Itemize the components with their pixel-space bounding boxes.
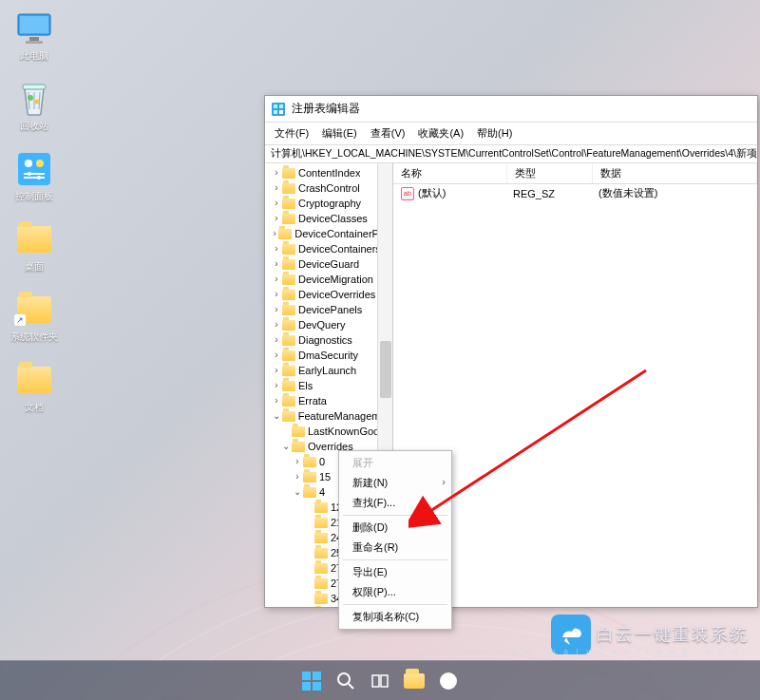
taskbar-app[interactable] bbox=[435, 668, 462, 694]
context-menu-item[interactable]: 查找(F)... bbox=[339, 493, 451, 513]
tree-twisty-icon[interactable]: ⌄ bbox=[292, 484, 303, 500]
tree-node[interactable]: ›DeviceOverrides bbox=[269, 287, 392, 302]
tree-twisty-icon[interactable]: › bbox=[271, 196, 282, 211]
tree-node-label: Els bbox=[298, 378, 313, 393]
svg-rect-13 bbox=[274, 104, 277, 108]
tree-node[interactable]: ›Errata bbox=[269, 393, 392, 408]
context-menu-item[interactable]: 删除(D) bbox=[339, 518, 451, 538]
tree-node-label: 15 bbox=[319, 469, 331, 484]
desktop-icon-control-panel[interactable]: 控制面板 bbox=[10, 150, 59, 203]
taskbar-taskview[interactable] bbox=[367, 668, 393, 694]
tree-twisty-icon[interactable]: › bbox=[271, 317, 282, 332]
desktop-icon-this-pc[interactable]: 此电脑 bbox=[10, 9, 59, 63]
folder-icon bbox=[303, 487, 316, 498]
tree-twisty-icon[interactable]: › bbox=[271, 165, 282, 180]
menu-favorites[interactable]: 收藏夹(A) bbox=[412, 124, 469, 142]
value-data: (数值未设置) bbox=[598, 186, 657, 200]
tree-node-label: DeviceClasses bbox=[298, 211, 368, 226]
menu-view[interactable]: 查看(V) bbox=[365, 124, 411, 142]
address-bar[interactable]: 计算机\HKEY_LOCAL_MACHINE\SYSTEM\CurrentCon… bbox=[265, 144, 757, 163]
tree-twisty-icon[interactable]: › bbox=[271, 378, 282, 393]
svg-rect-3 bbox=[26, 41, 43, 44]
context-menu-item[interactable]: 复制项名称(C) bbox=[339, 607, 451, 627]
context-menu-item[interactable]: 重命名(R) bbox=[339, 538, 451, 558]
tree-node[interactable]: ›Diagnostics bbox=[269, 332, 392, 348]
desktop-icon-folder-1[interactable]: 桌面 bbox=[10, 220, 59, 274]
svg-rect-16 bbox=[279, 110, 283, 114]
tree-node[interactable]: ›DmaSecurity bbox=[269, 348, 392, 363]
watermark-text: 白云一键重装系统 bbox=[597, 623, 749, 646]
col-type[interactable]: 类型 bbox=[507, 163, 593, 183]
tree-node[interactable]: ›CrashControl bbox=[269, 180, 392, 196]
menu-help[interactable]: 帮助(H) bbox=[471, 124, 518, 142]
tree-node[interactable]: ›DeviceContainerPropertyUpda bbox=[269, 226, 392, 241]
tree-node[interactable]: ›DevicePanels bbox=[269, 302, 392, 317]
tree-twisty-icon[interactable]: › bbox=[271, 256, 282, 272]
menu-edit[interactable]: 编辑(E) bbox=[316, 124, 363, 142]
tree-node[interactable]: ⌄FeatureManagement bbox=[269, 408, 392, 424]
taskbar-explorer[interactable] bbox=[401, 668, 428, 694]
tree-node[interactable]: LastKnownGood bbox=[269, 424, 392, 439]
tree-twisty-icon[interactable]: › bbox=[271, 302, 282, 317]
tree-twisty-icon[interactable]: › bbox=[271, 287, 282, 302]
desktop-icon-folder-3[interactable]: 文档 bbox=[10, 361, 59, 414]
tree-node-label: 4 bbox=[319, 484, 325, 500]
tree-node[interactable]: ›Els bbox=[269, 378, 392, 393]
icon-label: 桌面 bbox=[25, 260, 44, 274]
tree-node[interactable]: ›Cryptography bbox=[269, 196, 392, 211]
tree-twisty-icon[interactable]: › bbox=[271, 226, 278, 241]
tree-twisty-icon[interactable]: › bbox=[271, 393, 282, 408]
tree-twisty-icon[interactable]: › bbox=[292, 469, 303, 484]
desktop-icon-folder-2[interactable]: 系统软件夹 bbox=[10, 291, 59, 344]
tree-twisty-icon[interactable]: › bbox=[271, 332, 282, 348]
tree-twisty-icon[interactable]: › bbox=[271, 241, 282, 256]
tree-node-label: LastKnownGood bbox=[308, 424, 385, 439]
icon-label: 系统软件夹 bbox=[10, 331, 58, 344]
tree-twisty-icon[interactable]: ⌄ bbox=[280, 439, 292, 454]
menu-file[interactable]: 文件(F) bbox=[269, 124, 314, 142]
tree-twisty-icon[interactable]: › bbox=[292, 454, 303, 469]
folder-icon bbox=[314, 578, 328, 589]
tree-node[interactable]: ›EarlyLaunch bbox=[269, 363, 392, 378]
folder-icon bbox=[282, 290, 295, 300]
tree-node[interactable]: ›ContentIndex bbox=[269, 165, 392, 180]
tree-twisty-icon[interactable]: › bbox=[271, 363, 282, 378]
tree-twisty-icon[interactable]: › bbox=[271, 180, 282, 196]
context-menu-item[interactable]: 导出(E) bbox=[339, 562, 451, 582]
tree-twisty-icon[interactable]: › bbox=[271, 348, 282, 363]
start-button[interactable] bbox=[298, 668, 325, 694]
tree-node[interactable]: ›DeviceClasses bbox=[269, 211, 392, 226]
svg-rect-21 bbox=[313, 682, 321, 691]
svg-point-5 bbox=[28, 95, 33, 101]
tree-twisty-icon[interactable]: ⌄ bbox=[271, 408, 282, 424]
control-panel-icon bbox=[15, 150, 53, 188]
folder-icon bbox=[282, 305, 295, 315]
pc-icon bbox=[15, 9, 53, 47]
folder-icon bbox=[314, 548, 328, 558]
desktop-icon-recycle-bin[interactable]: 回收站 bbox=[10, 80, 59, 133]
folder-icon bbox=[282, 366, 295, 376]
tree-twisty-icon[interactable]: › bbox=[271, 272, 282, 287]
tree-node[interactable]: ›DeviceContainers bbox=[269, 241, 392, 256]
tree-node[interactable]: ›DeviceGuard bbox=[269, 256, 392, 272]
taskbar-search[interactable] bbox=[332, 668, 359, 694]
col-data[interactable]: 数据 bbox=[593, 163, 757, 183]
col-name[interactable]: 名称 bbox=[393, 163, 507, 183]
value-row-default[interactable]: ab (默认) REG_SZ (数值未设置) bbox=[393, 184, 757, 202]
context-menu-item[interactable]: 新建(N) bbox=[339, 473, 451, 493]
svg-point-8 bbox=[25, 160, 32, 167]
tree-twisty-icon[interactable]: › bbox=[271, 211, 282, 226]
tree-node[interactable]: ›DeviceMigration bbox=[269, 272, 392, 287]
folder-icon bbox=[303, 472, 316, 482]
tree-node[interactable]: ›DevQuery bbox=[269, 317, 392, 332]
taskbar bbox=[0, 660, 760, 700]
context-menu-item[interactable]: 权限(P)... bbox=[339, 582, 451, 602]
svg-point-6 bbox=[35, 100, 40, 104]
svg-point-9 bbox=[36, 160, 44, 167]
tree-node-label: Diagnostics bbox=[298, 332, 352, 348]
window-titlebar[interactable]: 注册表编辑器 bbox=[265, 96, 757, 123]
folder-icon bbox=[282, 381, 295, 391]
regedit-icon bbox=[271, 102, 286, 117]
folder-icon bbox=[282, 396, 295, 407]
tree-node-label: DevQuery bbox=[298, 317, 346, 332]
